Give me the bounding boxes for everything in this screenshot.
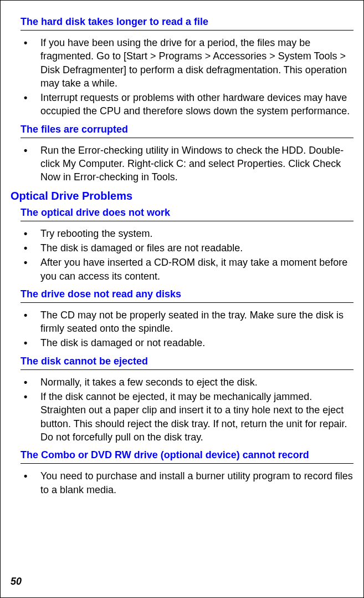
sub-heading-optical-not-work: The optical drive does not work: [20, 207, 353, 221]
list-item: The disk is damaged or files are not rea…: [20, 241, 353, 255]
list-item: Interrupt requests or problems with othe…: [20, 91, 353, 118]
bullet-list: Normally, it takes a few seconds to ejec…: [20, 376, 353, 444]
bullet-list: Run the Error-checking utility in Window…: [20, 144, 353, 184]
page-number: 50: [11, 576, 22, 587]
sub-heading-disk-no-eject: The disk cannot be ejected: [20, 356, 353, 370]
list-item: Normally, it takes a few seconds to ejec…: [20, 376, 353, 389]
bullet-list: The CD may not be properly seated in the…: [20, 308, 353, 350]
list-item: Run the Error-checking utility in Window…: [20, 144, 353, 184]
list-item: If the disk cannot be ejected, it may be…: [20, 390, 353, 444]
list-item: The disk is damaged or not readable.: [20, 336, 353, 349]
sub-heading-files-corrupted: The files are corrupted: [20, 124, 353, 138]
list-item: You need to purchase and install a burne…: [20, 469, 353, 496]
list-item: After you have inserted a CD-ROM disk, i…: [20, 256, 353, 283]
bullet-list: You need to purchase and install a burne…: [20, 469, 353, 496]
sub-heading-drive-no-read: The drive dose not read any disks: [20, 288, 353, 303]
bullet-list: Try rebooting the system. The disk is da…: [20, 227, 353, 283]
sub-heading-combo-dvd-rw: The Combo or DVD RW drive (optional devi…: [20, 449, 353, 464]
document-page: The hard disk takes longer to read a fil…: [1, 1, 363, 496]
section-heading-optical-drive: Optical Drive Problems: [11, 190, 353, 202]
list-item: If you have been using the drive for a p…: [20, 36, 353, 90]
list-item: Try rebooting the system.: [20, 227, 353, 240]
bullet-list: If you have been using the drive for a p…: [20, 36, 353, 118]
list-item: The CD may not be properly seated in the…: [20, 308, 353, 336]
sub-heading-hard-disk-slow: The hard disk takes longer to read a fil…: [20, 16, 353, 31]
